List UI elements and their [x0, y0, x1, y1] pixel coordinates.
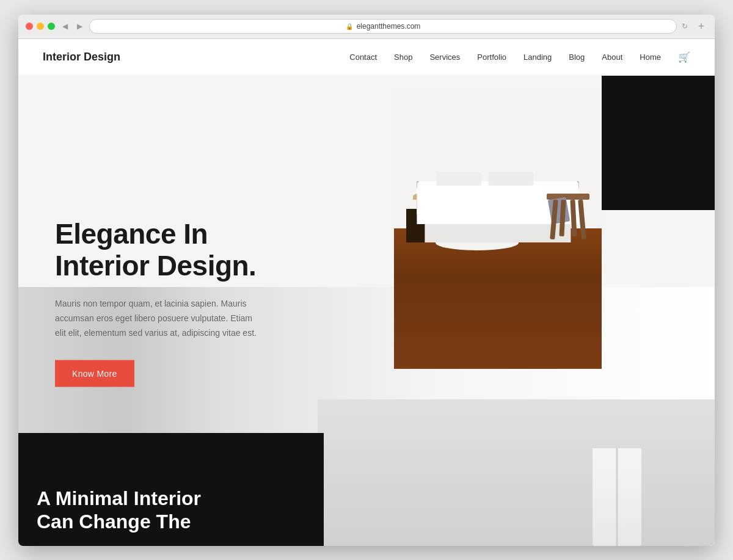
bottom-title: A Minimal Interior Can Change The: [37, 487, 201, 534]
hero-title: Elegance In Interior Design.: [55, 217, 263, 282]
hero-title-line2: Interior Design.: [55, 250, 256, 282]
browser-window: ◀ ▶ 🔒 elegantthemes.com ↻ + Interior Des…: [18, 15, 715, 546]
back-icon[interactable]: ◀: [60, 21, 70, 31]
nav-blog[interactable]: Blog: [569, 53, 585, 62]
minimize-button[interactable]: [37, 23, 44, 30]
browser-chrome: ◀ ▶ 🔒 elegantthemes.com ↻ +: [18, 15, 715, 39]
curtain: [593, 448, 641, 546]
know-more-button[interactable]: Know More: [55, 360, 134, 387]
bedroom-image: [394, 88, 602, 369]
bed-pillow-left: [436, 172, 481, 186]
website-content: Interior Design Contact Shop Services Po…: [18, 39, 715, 546]
new-tab-button[interactable]: +: [695, 20, 707, 32]
room-background-lower: [318, 399, 715, 546]
url-text: elegantthemes.com: [357, 22, 421, 31]
stool: [547, 194, 589, 242]
bedroom-scene: [394, 88, 602, 369]
hero-title-line1: Elegance In: [55, 217, 208, 249]
traffic-lights: [26, 23, 55, 30]
bed-pillow-right: [488, 172, 533, 186]
hero-section: Elegance In Interior Design. Mauris non …: [18, 76, 715, 546]
address-bar[interactable]: 🔒 elegantthemes.com: [89, 19, 677, 34]
blanket: [547, 197, 569, 224]
stool-top: [547, 194, 589, 200]
hero-content: Elegance In Interior Design. Mauris non …: [55, 217, 263, 387]
bottom-title-line1: A Minimal Interior: [37, 487, 201, 510]
address-bar-container: ◀ ▶ 🔒 elegantthemes.com ↻: [60, 19, 688, 34]
nav-contact[interactable]: Contact: [349, 53, 377, 62]
forward-icon[interactable]: ▶: [75, 21, 84, 31]
nav-home[interactable]: Home: [640, 53, 661, 62]
close-button[interactable]: [26, 23, 33, 30]
navigation: Interior Design Contact Shop Services Po…: [18, 39, 715, 76]
nav-links: Contact Shop Services Portfolio Landing …: [349, 51, 690, 63]
nav-services[interactable]: Services: [429, 53, 460, 62]
nav-landing[interactable]: Landing: [523, 53, 552, 62]
nav-portfolio[interactable]: Portfolio: [477, 53, 506, 62]
hero-description: Mauris non tempor quam, et lacinia sapie…: [55, 297, 263, 340]
bottom-text: A Minimal Interior Can Change The: [37, 487, 201, 534]
bottom-title-line2: Can Change The: [37, 510, 201, 533]
black-accent-block: [602, 76, 715, 210]
bottom-section: A Minimal Interior Can Change The: [18, 427, 336, 546]
cart-icon[interactable]: 🛒: [678, 51, 690, 63]
nav-about[interactable]: About: [602, 53, 622, 62]
site-logo[interactable]: Interior Design: [43, 51, 120, 64]
stool-leg-2: [578, 199, 586, 239]
stool-leg-4: [570, 199, 577, 236]
lock-icon: 🔒: [346, 23, 353, 30]
refresh-icon[interactable]: ↻: [682, 22, 688, 31]
nav-shop[interactable]: Shop: [394, 53, 412, 62]
maximize-button[interactable]: [48, 23, 55, 30]
